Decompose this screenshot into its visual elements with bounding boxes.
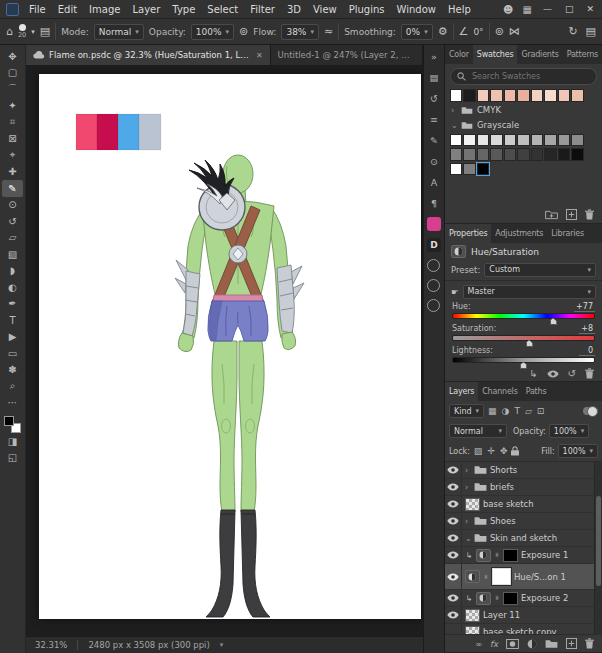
delete-swatch-icon[interactable] — [585, 209, 594, 220]
swatch[interactable] — [504, 148, 517, 161]
clone-stamp-tool[interactable]: ⊙ — [2, 197, 23, 214]
flow-dropdown[interactable]: 38%▾ — [281, 24, 319, 40]
swatch[interactable] — [504, 89, 517, 102]
gradient-tool[interactable]: ▧ — [2, 246, 23, 263]
layer-row-exposure-2[interactable]: ↳ ∞ Exposure 2 — [445, 590, 602, 607]
move-tool[interactable]: ✥ — [2, 48, 23, 65]
swatch[interactable] — [450, 134, 463, 147]
airbrush-icon[interactable]: ≈ — [324, 25, 333, 38]
swatch[interactable] — [558, 148, 571, 161]
tab-gradients[interactable]: Gradients — [517, 45, 562, 64]
menu-help[interactable]: Help — [442, 4, 477, 15]
saturation-value[interactable]: +8 — [579, 324, 595, 334]
brush-preset-picker[interactable]: 20 — [18, 24, 26, 39]
status-chevron-icon[interactable]: ▾ — [220, 641, 224, 649]
dodge-tool[interactable]: ◐ — [2, 279, 23, 296]
canvas-artwork[interactable] — [39, 74, 421, 619]
properties-panel-icon[interactable]: ≡ — [426, 112, 441, 126]
opacity-dropdown[interactable]: 100%▾ — [191, 24, 234, 40]
swatch[interactable] — [450, 148, 463, 161]
path-selection-tool[interactable]: ▶ — [2, 329, 23, 346]
new-layer-icon[interactable] — [566, 638, 577, 649]
preset-dropdown[interactable]: Custom▾ — [484, 263, 596, 277]
quick-selection-tool[interactable]: ✦ — [2, 98, 23, 115]
swatch[interactable] — [504, 134, 517, 147]
mask-link-icon[interactable]: ∞ — [493, 552, 501, 558]
history-brush-tool[interactable]: ↺ — [2, 213, 23, 230]
layer-row-shoes[interactable]: › Shoes — [445, 513, 602, 530]
zoom-level[interactable]: 32.31% — [35, 640, 67, 650]
layer-row-briefs[interactable]: › briefs — [445, 479, 602, 496]
clone-source-panel-icon[interactable]: ⊙ — [426, 154, 441, 168]
close-button[interactable]: ✕ — [584, 4, 596, 14]
mask-link-icon[interactable]: ∞ — [493, 595, 501, 601]
character-panel-icon[interactable]: A — [426, 175, 441, 189]
swatch[interactable] — [544, 134, 557, 147]
layer-row-base-sketch-copy[interactable]: base sketch copy — [445, 624, 602, 634]
swatch-group-grayscale[interactable]: ⌄ Grayscale — [445, 118, 602, 133]
notes-panel-icon[interactable] — [427, 279, 440, 292]
layer-opacity-dropdown[interactable]: 100%▾ — [549, 424, 589, 438]
expand-group-icon[interactable]: › — [465, 483, 471, 492]
crop-tool[interactable]: ⌗ — [2, 114, 23, 131]
layer-thumbnail[interactable] — [465, 609, 480, 622]
blur-tool[interactable]: ◗ — [2, 263, 23, 280]
channel-dropdown[interactable]: Master▾ — [463, 285, 596, 299]
layer-mask-thumbnail[interactable] — [503, 592, 518, 605]
workspace-icon[interactable]: ▦ — [522, 4, 531, 15]
layer-row-layer-11[interactable]: Layer 11 — [445, 607, 602, 624]
tab-color[interactable]: Color — [445, 45, 473, 64]
opacity-pressure-icon[interactable]: ⊚ — [239, 25, 248, 38]
tab-layers[interactable]: Layers — [445, 382, 478, 401]
swatch[interactable] — [558, 134, 571, 147]
symmetry-icon[interactable]: ⋈ — [509, 25, 520, 38]
new-adjustment-layer-icon[interactable] — [527, 639, 537, 649]
canvas-page[interactable] — [39, 74, 421, 619]
hue-value[interactable]: +77 — [574, 302, 595, 312]
hue-slider[interactable] — [452, 313, 595, 319]
delete-adjustment-icon[interactable] — [585, 368, 594, 379]
swatch[interactable] — [531, 148, 544, 161]
new-group-icon[interactable] — [545, 210, 558, 220]
filter-type-icon[interactable]: T — [513, 406, 521, 416]
menu-layer[interactable]: Layer — [126, 4, 166, 15]
smoothing-dropdown[interactable]: 0%▾ — [401, 24, 433, 40]
brush-tool[interactable]: ✎ — [2, 180, 23, 197]
swatch[interactable] — [531, 89, 544, 102]
paragraph-panel-icon[interactable]: ¶ — [426, 196, 441, 210]
layer-row-exposure-1[interactable]: ↳ ∞ Exposure 1 — [445, 547, 602, 564]
swatch[interactable] — [450, 163, 463, 176]
swatch-group-cmyk[interactable]: › CMYK — [445, 103, 602, 118]
screen-mode-icon[interactable]: ◱ — [2, 450, 23, 467]
brush-picker-chevron-icon[interactable]: ▾ — [31, 28, 35, 36]
document-tab-flame-on[interactable]: Flame on.psdc @ 32.3% (Hue/Saturation 1,… — [26, 45, 271, 65]
swatch[interactable] — [477, 163, 490, 176]
share-icon[interactable]: ☻ — [503, 4, 513, 15]
layer-thumbnail[interactable] — [465, 498, 480, 511]
saturation-slider-thumb[interactable] — [526, 340, 533, 347]
chevron-open-icon[interactable]: ⌄ — [451, 121, 457, 130]
lock-transparency-icon[interactable]: ▨ — [473, 446, 484, 456]
sync-settings-icon[interactable]: ↻ — [568, 25, 577, 38]
lightness-slider-thumb[interactable] — [520, 362, 527, 369]
delete-layer-icon[interactable] — [585, 638, 594, 649]
filter-toggle[interactable] — [583, 407, 598, 415]
libraries-panel-icon[interactable] — [427, 217, 441, 231]
layer-row-hue-saturation-1[interactable]: ∞ Hue/S...on 1 — [445, 564, 602, 590]
swatch[interactable] — [571, 89, 584, 102]
menu-file[interactable]: File — [23, 4, 52, 15]
adjustment-layer-icon[interactable] — [476, 549, 491, 562]
tab-properties[interactable]: Properties — [445, 224, 491, 243]
visibility-toggle[interactable] — [445, 564, 462, 589]
tab-patterns[interactable]: Patterns — [563, 45, 602, 64]
layer-row-base-sketch[interactable]: base sketch — [445, 496, 602, 513]
visibility-toggle[interactable] — [445, 530, 462, 546]
visibility-toggle[interactable] — [445, 590, 462, 606]
swatch[interactable] — [490, 134, 503, 147]
filter-shape-icon[interactable]: ▱ — [524, 406, 533, 416]
maximize-button[interactable]: □ — [563, 4, 576, 14]
frame-tool[interactable]: ⊠ — [2, 131, 23, 148]
smoothing-gear-icon[interactable]: ⚙ — [438, 25, 448, 38]
mask-link-icon[interactable]: ∞ — [482, 574, 490, 580]
lightness-slider[interactable] — [452, 357, 595, 363]
